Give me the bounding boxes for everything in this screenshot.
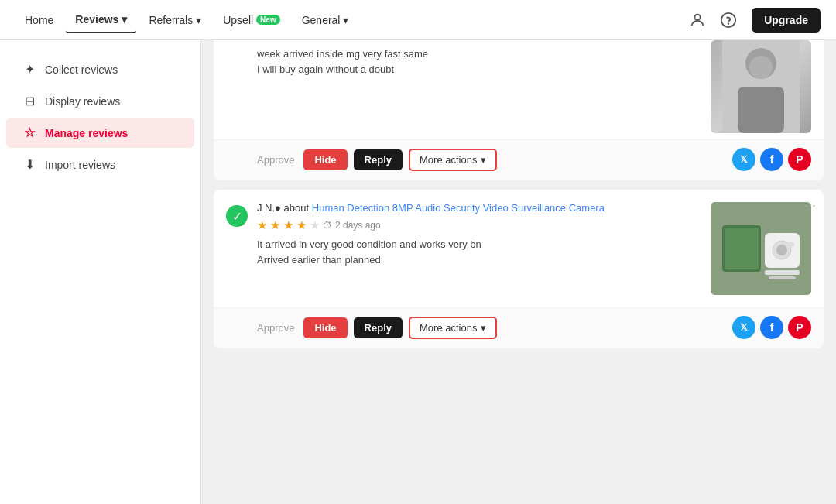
svg-rect-9 <box>725 228 759 269</box>
partial-approve-label: Approve <box>257 154 294 166</box>
upsell-badge: New <box>256 15 280 25</box>
svg-point-12 <box>776 245 787 255</box>
svg-rect-6 <box>749 56 773 79</box>
star-2: ★ <box>270 218 280 232</box>
nav-referrals-chevron: ▾ <box>196 14 201 26</box>
nav-reviews-chevron: ▾ <box>122 13 127 26</box>
reply-button-1[interactable]: Reply <box>354 317 403 338</box>
approve-label-1: Approve <box>257 322 294 334</box>
twitter-share-button[interactable]: 𝕏 <box>732 148 755 171</box>
svg-rect-13 <box>788 242 794 247</box>
partial-image-placeholder <box>711 40 811 133</box>
review-author: J N.● <box>257 202 281 214</box>
partial-social-icons: 𝕏 f P <box>732 148 811 171</box>
review-approved-indicator: ✓ <box>226 205 248 227</box>
sidebar-item-manage[interactable]: ☆ Manage reviews <box>6 118 194 148</box>
main-layout: ✦ Collect reviews ⊟ Display reviews ☆ Ma… <box>0 40 836 504</box>
review-body-1: J N.● about Human Detection 8MP Audio Se… <box>257 202 701 295</box>
social-icons-1: 𝕏 f P <box>732 316 811 339</box>
partial-more-actions-button[interactable]: More actions ▾ <box>409 149 497 171</box>
more-actions-chevron-1: ▾ <box>481 322 486 334</box>
nav-upsell[interactable]: Upsell New <box>214 8 289 33</box>
review-more-options-icon[interactable]: ··· <box>804 197 816 214</box>
collect-icon: ✦ <box>22 62 37 77</box>
nav-upsell-label: Upsell <box>223 14 253 26</box>
partial-review-text: week arrived inside mg very fast same I … <box>257 40 701 133</box>
main-content: week arrived inside mg very fast same I … <box>201 40 836 504</box>
nav-general-label: General <box>302 14 341 26</box>
hide-button-1[interactable]: Hide <box>303 317 347 338</box>
nav-general-chevron: ▾ <box>343 14 348 26</box>
more-actions-button-1[interactable]: More actions ▾ <box>409 317 497 339</box>
star-5: ★ <box>310 218 320 232</box>
top-navigation: Home Reviews ▾ Referrals ▾ Upsell New Ge… <box>0 0 836 40</box>
facebook-share-button[interactable]: f <box>760 148 783 171</box>
nav-reviews-label: Reviews <box>75 13 118 26</box>
help-icon[interactable] <box>714 6 742 34</box>
checkmark-icon: ✓ <box>232 209 242 224</box>
svg-rect-15 <box>769 276 796 279</box>
user-icon[interactable] <box>684 6 711 34</box>
nav-referrals[interactable]: Referrals ▾ <box>139 8 211 33</box>
partial-review-card: week arrived inside mg very fast same I … <box>214 40 824 180</box>
nav-reviews[interactable]: Reviews ▾ <box>66 7 136 33</box>
partial-hide-button[interactable]: Hide <box>303 149 347 170</box>
partial-reply-button[interactable]: Reply <box>354 149 403 170</box>
nav-referrals-label: Referrals <box>149 14 193 26</box>
review-image-1 <box>711 202 811 295</box>
review-text-1: It arrived in very good condition and wo… <box>257 237 701 267</box>
review-stars-1: ★ ★ ★ ★ ★ ⏱ 2 days ago <box>257 218 701 232</box>
nav-general[interactable]: General ▾ <box>293 8 358 33</box>
svg-point-1 <box>721 12 735 26</box>
clock-icon: ⏱ <box>323 220 332 231</box>
partial-review-image <box>711 40 811 133</box>
star-4: ★ <box>296 218 307 232</box>
nav-home-label: Home <box>25 14 53 26</box>
partial-action-bar: Approve Hide Reply More actions ▾ 𝕏 f <box>214 139 824 180</box>
review-action-bar-1: Approve Hide Reply More actions ▾ 𝕏 f <box>214 307 824 348</box>
svg-point-0 <box>695 14 701 19</box>
review-product-link[interactable]: Human Detection 8MP Audio Security Video… <box>312 202 605 214</box>
review-card-inner-1: ✓ J N.● about Human Detection 8MP Audio … <box>214 190 824 307</box>
import-icon: ⬇ <box>22 157 37 172</box>
twitter-share-button-1[interactable]: 𝕏 <box>732 316 755 339</box>
nav-home[interactable]: Home <box>15 8 63 33</box>
review-meta-1: J N.● about Human Detection 8MP Audio Se… <box>257 202 701 214</box>
partial-more-chevron: ▾ <box>481 154 486 166</box>
svg-rect-14 <box>765 270 800 275</box>
sidebar-item-collect[interactable]: ✦ Collect reviews <box>6 54 194 84</box>
partial-card-inner: week arrived inside mg very fast same I … <box>214 40 824 139</box>
sidebar-collect-label: Collect reviews <box>45 63 118 76</box>
review-image-placeholder-1 <box>711 202 811 295</box>
sidebar: ✦ Collect reviews ⊟ Display reviews ☆ Ma… <box>0 40 201 504</box>
pinterest-share-button[interactable]: P <box>788 148 811 171</box>
review-about-text: about <box>284 202 310 214</box>
sidebar-item-import[interactable]: ⬇ Import reviews <box>6 149 194 180</box>
review-date-1: ⏱ 2 days ago <box>323 220 381 231</box>
svg-point-2 <box>728 23 729 24</box>
star-3: ★ <box>283 218 293 232</box>
pinterest-share-button-1[interactable]: P <box>788 316 811 339</box>
upgrade-button[interactable]: Upgrade <box>752 8 821 33</box>
sidebar-item-display[interactable]: ⊟ Display reviews <box>6 86 194 116</box>
display-icon: ⊟ <box>22 94 37 108</box>
facebook-share-button-1[interactable]: f <box>760 316 783 339</box>
review-card-1: ✓ J N.● about Human Detection 8MP Audio … <box>214 190 824 348</box>
star-1: ★ <box>257 218 267 232</box>
svg-rect-5 <box>738 87 784 133</box>
sidebar-import-label: Import reviews <box>45 159 115 171</box>
sidebar-manage-label: Manage reviews <box>45 127 128 139</box>
sidebar-display-label: Display reviews <box>45 95 120 108</box>
manage-icon: ☆ <box>22 125 37 140</box>
